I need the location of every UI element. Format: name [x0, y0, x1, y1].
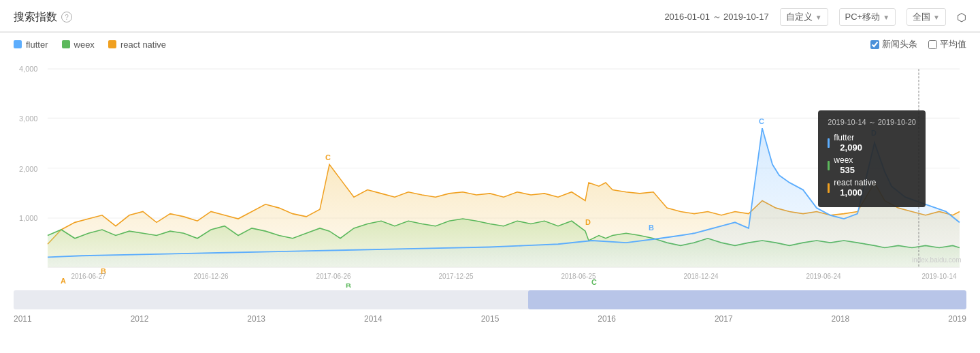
scrollbar-thumb[interactable] — [528, 290, 966, 309]
chart-area: 4,000 3,000 2,000 1,000 — [0, 56, 980, 288]
tooltip-flutter-label: flutter — [834, 133, 862, 142]
svg-text:2019-10-14: 2019-10-14 — [921, 273, 956, 280]
year-2011: 2011 — [14, 314, 32, 324]
region-dropdown[interactable]: 全国 ▼ — [906, 8, 946, 26]
scrollbar-track[interactable] — [14, 290, 966, 309]
avg-checkbox-item[interactable]: 平均值 — [928, 38, 966, 50]
svg-text:2,000: 2,000 — [19, 165, 37, 173]
scrollbar-area — [0, 288, 980, 312]
news-label: 新闻头条 — [882, 38, 917, 50]
export-icon[interactable]: ⬡ — [957, 11, 966, 24]
svg-text:index.baidu.com: index.baidu.com — [912, 256, 962, 264]
tooltip-flutter-value: 2,090 — [840, 142, 862, 153]
timeline-bar: 2011 2012 2013 2014 2015 2016 2017 2018 … — [0, 312, 980, 326]
news-checkbox-item[interactable]: 新闻头条 — [870, 38, 917, 50]
svg-text:1,000: 1,000 — [19, 214, 37, 222]
year-2015: 2015 — [481, 314, 500, 324]
tooltip-weex-bar — [828, 161, 830, 170]
year-2014: 2014 — [364, 314, 382, 324]
avg-label: 平均值 — [940, 38, 966, 50]
svg-text:2018-12-24: 2018-12-24 — [683, 273, 718, 280]
tooltip-react-native-value: 1,000 — [840, 187, 876, 198]
header-right: 2016-01-01 ～ 2019-10-17 自定义 ▼ PC+移动 ▼ 全国… — [664, 8, 966, 26]
react-native-label: react native — [120, 40, 166, 50]
help-icon[interactable]: ? — [61, 12, 72, 22]
year-2018: 2018 — [832, 314, 850, 324]
device-dropdown[interactable]: PC+移动 ▼ — [839, 8, 896, 26]
tooltip-react-native-bar — [828, 183, 830, 193]
svg-text:B: B — [346, 282, 351, 288]
news-checkbox[interactable] — [870, 40, 879, 49]
svg-text:2017-06-26: 2017-06-26 — [316, 273, 350, 280]
tooltip-weex-value: 535 — [840, 165, 855, 175]
legend-items: flutter weex react native — [14, 40, 166, 50]
svg-text:C: C — [325, 153, 331, 162]
year-2012: 2012 — [131, 314, 149, 324]
legend-right: 新闻头条 平均值 — [870, 38, 966, 50]
custom-dropdown[interactable]: 自定义 ▼ — [780, 8, 828, 26]
flutter-color-dot — [14, 40, 22, 48]
tooltip-weex-label: weex — [834, 155, 855, 165]
dropdown-arrow: ▼ — [933, 14, 940, 21]
svg-text:D: D — [585, 217, 591, 226]
legend-flutter: flutter — [14, 40, 48, 50]
tooltip: 2019-10-14 ～ 2019-10-20 flutter 2,090 we… — [818, 110, 926, 207]
tooltip-date: 2019-10-14 ～ 2019-10-20 — [828, 117, 916, 127]
react-native-color-dot — [108, 40, 116, 48]
tooltip-react-native-row: react native 1,000 — [828, 178, 916, 198]
dropdown-arrow: ▼ — [815, 14, 822, 21]
tooltip-weex-row: weex 535 — [828, 155, 916, 175]
svg-text:B: B — [649, 224, 654, 232]
svg-text:2018-06-25: 2018-06-25 — [561, 273, 595, 280]
svg-text:3,000: 3,000 — [19, 114, 37, 122]
legend-bar: flutter weex react native 新闻头条 平均值 — [0, 33, 980, 56]
tooltip-flutter-row: flutter 2,090 — [828, 133, 916, 153]
year-2016: 2016 — [598, 314, 616, 324]
flutter-label: flutter — [26, 40, 48, 50]
svg-text:C: C — [759, 117, 764, 125]
year-2017: 2017 — [715, 314, 733, 324]
svg-text:2016-06-27: 2016-06-27 — [71, 273, 105, 280]
svg-text:2017-12-25: 2017-12-25 — [438, 273, 473, 280]
svg-text:A: A — [61, 276, 66, 284]
svg-text:2019-06-24: 2019-06-24 — [806, 273, 840, 280]
legend-weex: weex — [62, 40, 95, 50]
tooltip-react-native-label: react native — [834, 178, 876, 187]
date-range: 2016-01-01 ～ 2019-10-17 — [664, 11, 768, 23]
avg-checkbox[interactable] — [928, 40, 937, 49]
svg-text:4,000: 4,000 — [19, 65, 37, 73]
svg-text:2016-12-26: 2016-12-26 — [193, 273, 228, 280]
legend-react-native: react native — [108, 40, 166, 50]
year-2013: 2013 — [247, 314, 265, 324]
page-title: 搜索指数 — [14, 10, 57, 25]
weex-color-dot — [62, 40, 70, 48]
tooltip-flutter-bar — [828, 138, 830, 148]
dropdown-arrow: ▼ — [883, 14, 889, 21]
weex-label: weex — [74, 40, 95, 50]
year-2019: 2019 — [948, 314, 966, 324]
header-left: 搜索指数 ? — [14, 10, 72, 25]
header: 搜索指数 ? 2016-01-01 ～ 2019-10-17 自定义 ▼ PC+… — [0, 0, 980, 32]
